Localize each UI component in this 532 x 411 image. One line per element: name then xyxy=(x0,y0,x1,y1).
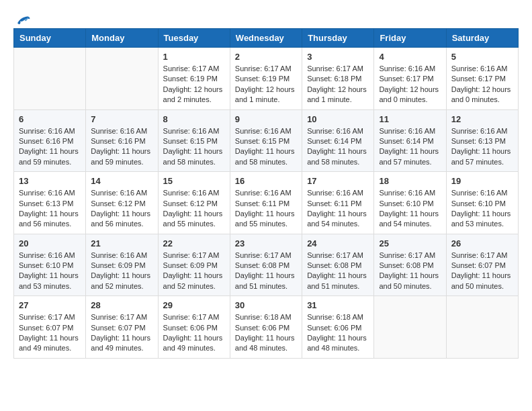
calendar-cell: 30Sunrise: 6:18 AM Sunset: 6:06 PM Dayli… xyxy=(230,296,302,359)
calendar-cell: 19Sunrise: 6:16 AM Sunset: 6:10 PM Dayli… xyxy=(446,172,518,234)
day-detail: Sunrise: 6:16 AM Sunset: 6:15 PM Dayligh… xyxy=(163,126,225,168)
day-number: 18 xyxy=(379,176,441,186)
calendar-header-row: SundayMondayTuesdayWednesdayThursdayFrid… xyxy=(14,29,519,48)
day-detail: Sunrise: 6:17 AM Sunset: 6:09 PM Dayligh… xyxy=(163,250,225,292)
day-detail: Sunrise: 6:17 AM Sunset: 6:19 PM Dayligh… xyxy=(235,64,297,105)
day-number: 5 xyxy=(451,52,513,62)
day-number: 26 xyxy=(451,238,513,248)
day-detail: Sunrise: 6:16 AM Sunset: 6:17 PM Dayligh… xyxy=(451,64,513,105)
day-number: 21 xyxy=(91,238,152,248)
calendar-cell: 16Sunrise: 6:16 AM Sunset: 6:11 PM Dayli… xyxy=(230,172,302,234)
calendar-cell: 7Sunrise: 6:16 AM Sunset: 6:16 PM Daylig… xyxy=(86,109,158,172)
logo xyxy=(13,13,31,21)
day-number: 6 xyxy=(19,114,81,124)
day-number: 4 xyxy=(379,52,441,62)
day-number: 20 xyxy=(19,238,81,248)
day-number: 9 xyxy=(235,114,297,124)
calendar-cell: 29Sunrise: 6:17 AM Sunset: 6:06 PM Dayli… xyxy=(158,296,230,359)
calendar-cell: 10Sunrise: 6:16 AM Sunset: 6:14 PM Dayli… xyxy=(302,109,374,172)
calendar-cell: 31Sunrise: 6:18 AM Sunset: 6:06 PM Dayli… xyxy=(302,296,374,359)
calendar-cell: 26Sunrise: 6:17 AM Sunset: 6:07 PM Dayli… xyxy=(446,234,518,296)
calendar-cell: 27Sunrise: 6:17 AM Sunset: 6:07 PM Dayli… xyxy=(14,296,86,359)
calendar-cell: 11Sunrise: 6:16 AM Sunset: 6:14 PM Dayli… xyxy=(374,109,446,172)
day-detail: Sunrise: 6:16 AM Sunset: 6:11 PM Dayligh… xyxy=(235,188,297,230)
calendar-cell: 24Sunrise: 6:17 AM Sunset: 6:08 PM Dayli… xyxy=(302,234,374,296)
page-header xyxy=(13,13,519,21)
day-detail: Sunrise: 6:16 AM Sunset: 6:09 PM Dayligh… xyxy=(91,250,152,292)
day-detail: Sunrise: 6:16 AM Sunset: 6:10 PM Dayligh… xyxy=(451,188,513,230)
day-number: 17 xyxy=(307,176,369,186)
calendar-cell: 17Sunrise: 6:16 AM Sunset: 6:11 PM Dayli… xyxy=(302,172,374,234)
day-detail: Sunrise: 6:16 AM Sunset: 6:13 PM Dayligh… xyxy=(19,188,81,230)
day-detail: Sunrise: 6:16 AM Sunset: 6:15 PM Dayligh… xyxy=(235,126,297,168)
day-detail: Sunrise: 6:16 AM Sunset: 6:16 PM Dayligh… xyxy=(91,126,152,168)
day-detail: Sunrise: 6:16 AM Sunset: 6:12 PM Dayligh… xyxy=(91,188,152,230)
day-detail: Sunrise: 6:16 AM Sunset: 6:11 PM Dayligh… xyxy=(307,188,369,230)
day-number: 31 xyxy=(307,300,369,310)
day-number: 28 xyxy=(91,300,152,310)
calendar-cell: 2Sunrise: 6:17 AM Sunset: 6:19 PM Daylig… xyxy=(230,48,302,110)
day-detail: Sunrise: 6:18 AM Sunset: 6:06 PM Dayligh… xyxy=(235,312,297,354)
day-number: 15 xyxy=(163,176,225,186)
calendar-table: SundayMondayTuesdayWednesdayThursdayFrid… xyxy=(13,28,519,359)
calendar-week-row: 27Sunrise: 6:17 AM Sunset: 6:07 PM Dayli… xyxy=(14,296,519,359)
day-number: 25 xyxy=(379,238,441,248)
calendar-cell: 4Sunrise: 6:16 AM Sunset: 6:17 PM Daylig… xyxy=(374,48,446,110)
day-number: 30 xyxy=(235,300,297,310)
weekday-header-friday: Friday xyxy=(374,29,446,48)
calendar-cell: 3Sunrise: 6:17 AM Sunset: 6:18 PM Daylig… xyxy=(302,48,374,110)
day-detail: Sunrise: 6:16 AM Sunset: 6:12 PM Dayligh… xyxy=(163,188,225,230)
day-detail: Sunrise: 6:17 AM Sunset: 6:19 PM Dayligh… xyxy=(163,64,225,105)
calendar-cell: 22Sunrise: 6:17 AM Sunset: 6:09 PM Dayli… xyxy=(158,234,230,296)
day-detail: Sunrise: 6:16 AM Sunset: 6:17 PM Dayligh… xyxy=(379,64,441,105)
day-detail: Sunrise: 6:17 AM Sunset: 6:07 PM Dayligh… xyxy=(451,250,513,292)
day-number: 10 xyxy=(307,114,369,124)
calendar-cell: 15Sunrise: 6:16 AM Sunset: 6:12 PM Dayli… xyxy=(158,172,230,234)
calendar-cell: 14Sunrise: 6:16 AM Sunset: 6:12 PM Dayli… xyxy=(86,172,158,234)
day-detail: Sunrise: 6:17 AM Sunset: 6:08 PM Dayligh… xyxy=(379,250,441,292)
day-number: 23 xyxy=(235,238,297,248)
day-number: 2 xyxy=(235,52,297,62)
calendar-cell xyxy=(374,296,446,359)
weekday-header-monday: Monday xyxy=(86,29,158,48)
calendar-cell: 25Sunrise: 6:17 AM Sunset: 6:08 PM Dayli… xyxy=(374,234,446,296)
calendar-cell: 28Sunrise: 6:17 AM Sunset: 6:07 PM Dayli… xyxy=(86,296,158,359)
day-detail: Sunrise: 6:16 AM Sunset: 6:10 PM Dayligh… xyxy=(379,188,441,230)
day-number: 12 xyxy=(451,114,513,124)
day-detail: Sunrise: 6:16 AM Sunset: 6:16 PM Dayligh… xyxy=(19,126,81,168)
day-detail: Sunrise: 6:17 AM Sunset: 6:07 PM Dayligh… xyxy=(19,312,81,354)
calendar-cell xyxy=(446,296,518,359)
day-number: 16 xyxy=(235,176,297,186)
calendar-cell: 13Sunrise: 6:16 AM Sunset: 6:13 PM Dayli… xyxy=(14,172,86,234)
day-detail: Sunrise: 6:16 AM Sunset: 6:10 PM Dayligh… xyxy=(19,250,81,292)
day-number: 22 xyxy=(163,238,225,248)
weekday-header-wednesday: Wednesday xyxy=(230,29,302,48)
day-number: 14 xyxy=(91,176,152,186)
calendar-week-row: 20Sunrise: 6:16 AM Sunset: 6:10 PM Dayli… xyxy=(14,234,519,296)
calendar-cell: 18Sunrise: 6:16 AM Sunset: 6:10 PM Dayli… xyxy=(374,172,446,234)
day-detail: Sunrise: 6:17 AM Sunset: 6:06 PM Dayligh… xyxy=(163,312,225,354)
calendar-cell: 9Sunrise: 6:16 AM Sunset: 6:15 PM Daylig… xyxy=(230,109,302,172)
day-detail: Sunrise: 6:17 AM Sunset: 6:08 PM Dayligh… xyxy=(307,250,369,292)
day-number: 13 xyxy=(19,176,81,186)
day-number: 27 xyxy=(19,300,81,310)
day-number: 29 xyxy=(163,300,225,310)
calendar-cell: 5Sunrise: 6:16 AM Sunset: 6:17 PM Daylig… xyxy=(446,48,518,110)
weekday-header-tuesday: Tuesday xyxy=(158,29,230,48)
calendar-cell: 8Sunrise: 6:16 AM Sunset: 6:15 PM Daylig… xyxy=(158,109,230,172)
day-detail: Sunrise: 6:16 AM Sunset: 6:14 PM Dayligh… xyxy=(307,126,369,168)
calendar-cell: 12Sunrise: 6:16 AM Sunset: 6:13 PM Dayli… xyxy=(446,109,518,172)
calendar-cell: 20Sunrise: 6:16 AM Sunset: 6:10 PM Dayli… xyxy=(14,234,86,296)
calendar-cell: 21Sunrise: 6:16 AM Sunset: 6:09 PM Dayli… xyxy=(86,234,158,296)
logo-bird-icon xyxy=(15,13,31,26)
day-number: 3 xyxy=(307,52,369,62)
day-number: 24 xyxy=(307,238,369,248)
day-detail: Sunrise: 6:18 AM Sunset: 6:06 PM Dayligh… xyxy=(307,312,369,354)
calendar-cell: 1Sunrise: 6:17 AM Sunset: 6:19 PM Daylig… xyxy=(158,48,230,110)
day-number: 8 xyxy=(163,114,225,124)
day-number: 7 xyxy=(91,114,152,124)
weekday-header-saturday: Saturday xyxy=(446,29,518,48)
day-detail: Sunrise: 6:17 AM Sunset: 6:07 PM Dayligh… xyxy=(91,312,152,354)
calendar-week-row: 6Sunrise: 6:16 AM Sunset: 6:16 PM Daylig… xyxy=(14,109,519,172)
day-detail: Sunrise: 6:17 AM Sunset: 6:08 PM Dayligh… xyxy=(235,250,297,292)
